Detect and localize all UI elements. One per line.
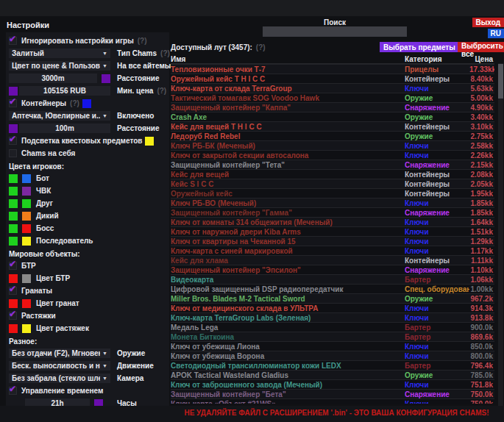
table-row[interactable]: Защищенный контейнер "Тета"Снаряжение2.1… [171,160,494,169]
table-row[interactable]: Оружейный кейсКонтейнеры1.95kk [171,188,494,198]
camera-dropdown[interactable]: Без забрала (стекло шлема)▼ [9,373,110,383]
grenades-checkbox[interactable]: ✔ [9,287,17,295]
setting-grenade-color: Цвет гранат [9,298,166,308]
table-scrollbar[interactable] [498,63,503,406]
table-row[interactable]: Ключ от комнаты 314 общежития (Меченый)К… [171,217,494,226]
weapon-value: Без отдачи (F2), Мгновенное п [12,349,100,357]
table-row[interactable]: Светодиодный трансиллюминатор кожи LEDXБ… [171,360,494,370]
chams-type-dropdown[interactable]: Залитый▼ [9,49,110,58]
table-row[interactable]: Кейс для хламаКонтейнеры1.11kk [171,255,494,265]
btr-color-swatch-2[interactable] [22,274,31,283]
player-color-swatch-2[interactable] [22,237,31,246]
table-row[interactable]: Защищенный контейнер "Каппа"Снаряжение4.… [171,102,494,112]
setting-btr-color: Цвет БТР [9,273,166,283]
item-category: Снаряжение [405,209,469,217]
help-icon[interactable]: (?) [160,49,170,57]
player-color-swatch-2[interactable] [22,212,31,221]
quest-highlight-color-swatch[interactable] [145,137,154,146]
language-button[interactable]: RU [488,29,504,38]
player-color-swatch-2[interactable] [22,224,31,233]
table-row[interactable]: Оружейный кейс T H I C CКонтейнеры8.40kk [171,74,494,83]
containers-distance-slider[interactable]: 100m [19,124,110,133]
table-scrollbar-thumb[interactable] [498,64,503,99]
grenade-color-swatch-1[interactable] [9,299,18,308]
table-row[interactable]: Кейс для вещей T H I C CКонтейнеры3.10kk [171,121,494,131]
item-name: Кейс для вещей T H I C C [171,123,405,131]
item-category: Ключи [405,400,469,404]
table-row[interactable]: Тепловизионные очки Т-7Прицелы17.33kk [171,64,494,74]
table-row[interactable]: Ключ РБ-БК (Меченый)Ключи2.58kk [171,140,494,150]
weapon-dropdown[interactable]: Без отдачи (F2), Мгновенное п▼ [9,348,110,358]
containers-filter-dropdown[interactable]: Аптечка, Ювелирные и...▼ [9,111,110,121]
player-color-swatch-1[interactable] [9,212,18,221]
table-row[interactable]: Цифровой защищенный DSP радиопередатчикС… [171,284,494,293]
chevron-down-icon: ▼ [102,113,107,118]
table-row[interactable]: Ключ-карта TerraGroup Labs (Зеленая)Ключ… [171,312,494,322]
table-row[interactable]: APOK Tactical Wasteland GladiusОружие785… [171,370,494,379]
table-row[interactable]: Ключ от квартиры на Чеканной 15Ключи1.29… [171,236,494,246]
containers-color-swatch[interactable] [82,99,91,108]
table-row[interactable]: Кейс для вещейКонтейнеры2.08kk [171,169,494,179]
player-color-swatch-1[interactable] [9,237,18,246]
min-price-slider[interactable]: 105156 RUB [19,86,110,96]
containers-checkbox[interactable]: ✔ [9,99,17,107]
search-input[interactable] [263,26,407,37]
column-header-price[interactable]: Цена [469,55,494,63]
time-control-checkbox[interactable]: ✔ [9,387,17,395]
table-row[interactable]: Защищенный контейнер "Гамма"Снаряжение1.… [171,207,494,217]
table-row[interactable]: Ключ РБ-ВО (Меченый)Ключи1.85kk [171,198,494,207]
player-color-swatch-1[interactable] [9,187,18,196]
discard-all-button[interactable]: Выбросить все [458,42,504,52]
table-row[interactable]: Защищенный контейнер "Бета"Снаряжение750… [171,389,494,398]
table-row[interactable]: Ключ от закрытой секции автосалонаКлючи2… [171,150,494,160]
player-color-swatch-2[interactable] [22,199,31,208]
player-color-swatch-1[interactable] [9,174,18,183]
table-row[interactable]: Ледоруб Red RebelОружие2.75kk [171,131,494,140]
all-items-dropdown[interactable]: Цвет по цене & Пользователь▼ [9,61,110,71]
table-row[interactable]: Miller Bros. Blades M-2 Tactical SwordОр… [171,293,494,303]
help-icon[interactable]: (?) [138,37,147,45]
tripwires-checkbox[interactable]: ✔ [9,312,17,320]
chams-self-checkbox[interactable] [9,149,17,157]
table-row[interactable]: Ключ от убежища ВоронаКлючи800.0k [171,351,494,360]
tripwire-color-swatch-1[interactable] [9,324,18,333]
distance-color-swatch[interactable] [102,74,110,83]
help-icon[interactable]: (?) [256,43,266,51]
item-price: 869.6k [469,333,494,341]
player-color-swatch-1[interactable] [9,224,18,233]
quest-highlight-checkbox[interactable]: ✔ [9,137,17,145]
table-row[interactable]: Монета БиткоинаБартер869.6k [171,332,494,341]
exit-button[interactable]: Выход [472,18,504,27]
table-row[interactable]: Ключ от убежища ЛионаКлючи850.0k [171,341,494,351]
player-color-swatch-2[interactable] [22,174,31,183]
table-row[interactable]: Crash AxeОружие3.40kk [171,112,494,121]
item-category: Оружие [405,113,469,121]
column-header-category[interactable]: Категория [405,55,469,63]
table-row[interactable]: Кейс S I C CКонтейнеры2.05kk [171,179,494,188]
table-row[interactable]: Ключ от наружной двери Kiba ArmsКлючи1.5… [171,226,494,236]
table-row[interactable]: Медаль LegaБартер900.0k [171,322,494,332]
table-row[interactable]: Ключ-карта «Объект #21WS»Ключи750.0k [171,398,494,404]
player-color-swatch-2[interactable] [22,187,31,196]
table-row[interactable]: Ключ от медицинского склада в УЛЬТРАКлюч… [171,303,494,312]
tripwire-color-swatch-2[interactable] [22,324,31,333]
grenade-color-swatch-2[interactable] [22,299,31,308]
column-header-name[interactable]: Имя [171,55,405,63]
help-icon[interactable]: (?) [157,87,166,95]
table-row[interactable]: Ключ-карта от склада TerraGroupКлючи5.63… [171,83,494,93]
table-row[interactable]: Ключ-карта с синей маркировкойКлючи1.17k… [171,246,494,255]
distance-slider[interactable]: 3000m [9,74,97,83]
containers-distance-color-swatch[interactable] [9,124,18,133]
table-row[interactable]: ВидеокартаБартер1.06kk [171,274,494,284]
table-row[interactable]: Тактический томагавк SOG Voodoo HawkОруж… [171,93,494,102]
player-color-swatch-1[interactable] [9,199,18,208]
help-icon[interactable]: (?) [70,99,79,107]
ignore-game-checkbox[interactable]: ✔ [9,37,17,45]
btr-color-swatch-1[interactable] [9,274,18,283]
table-row[interactable]: Защищенный контейнер "Эпсилон"Снаряжение… [171,265,494,274]
min-price-color-swatch[interactable] [9,87,18,96]
movement-dropdown[interactable]: Беск. выносливость и нет уста▼ [9,361,110,371]
btr-checkbox[interactable]: ✔ [9,262,17,270]
grenade-color-label: Цвет гранат [36,299,79,307]
table-row[interactable]: Ключ от заброшенного завода (Меченый)Клю… [171,379,494,389]
